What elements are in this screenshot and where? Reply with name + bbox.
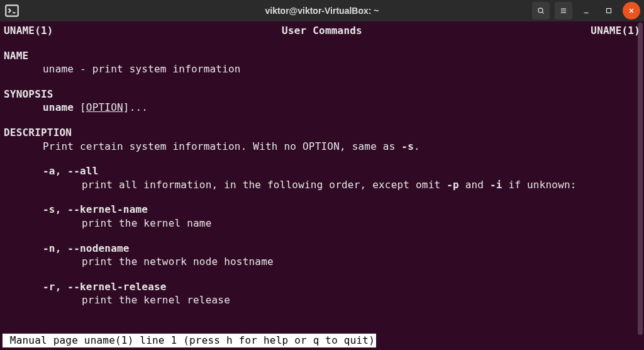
- close-icon: [627, 6, 636, 15]
- option-r: -r, --kernel-release print the kernel re…: [4, 280, 640, 307]
- man-header-left: UNAME(1): [4, 24, 53, 38]
- option-flags: -r, --kernel-release: [43, 280, 640, 294]
- option-desc: print the network node hostname: [43, 255, 640, 269]
- man-status-line: Manual page uname(1) line 1 (press h for…: [3, 334, 376, 347]
- terminal-viewport[interactable]: UNAME(1) User Commands UNAME(1) NAME una…: [0, 21, 644, 350]
- option-flags: -s, --kernel-name: [43, 203, 640, 217]
- synopsis-arg: OPTION: [86, 101, 123, 113]
- svg-rect-0: [6, 5, 18, 16]
- svg-point-1: [538, 8, 543, 13]
- terminal-window: viktor@viktor-VirtualBox: ~: [0, 0, 644, 350]
- section-synopsis-heading: SYNOPSIS: [4, 88, 640, 101]
- terminal-icon: [4, 3, 20, 19]
- search-button[interactable]: [532, 2, 550, 20]
- titlebar[interactable]: viktor@viktor-VirtualBox: ~: [0, 0, 644, 21]
- synopsis-suffix: ]...: [123, 101, 148, 113]
- option-desc: print all information, in the following …: [43, 178, 640, 192]
- option-a: -a, --all print all information, in the …: [4, 164, 640, 191]
- hamburger-icon: [559, 6, 568, 15]
- section-description-heading: DESCRIPTION: [4, 126, 640, 140]
- maximize-button[interactable]: [600, 2, 618, 20]
- option-flags: -n, --nodename: [43, 242, 640, 256]
- search-icon: [536, 6, 545, 15]
- minimize-icon: [582, 6, 591, 15]
- titlebar-controls: [532, 2, 640, 20]
- scrollbar[interactable]: [636, 23, 643, 335]
- option-desc: print the kernel release: [43, 293, 640, 307]
- minimize-button[interactable]: [577, 2, 595, 20]
- section-synopsis-text: uname [OPTION]...: [4, 101, 640, 115]
- svg-rect-2: [607, 9, 611, 13]
- man-header-right: UNAME(1): [591, 24, 640, 38]
- option-s: -s, --kernel-name print the kernel name: [4, 203, 640, 230]
- option-n: -n, --nodename print the network node ho…: [4, 242, 640, 269]
- option-desc: print the kernel name: [43, 217, 640, 230]
- section-name-text: uname - print system information: [4, 62, 640, 76]
- option-flags: -a, --all: [43, 164, 640, 178]
- menu-button[interactable]: [555, 2, 572, 20]
- description-intro: Print certain system information. With n…: [4, 140, 640, 154]
- close-button[interactable]: [623, 2, 640, 20]
- synopsis-cmd: uname: [43, 101, 74, 113]
- man-header-center: User Commands: [282, 24, 362, 38]
- scrollbar-thumb[interactable]: [638, 23, 643, 335]
- section-name-heading: NAME: [4, 49, 640, 63]
- man-header: UNAME(1) User Commands UNAME(1): [4, 24, 640, 38]
- maximize-icon: [604, 6, 613, 15]
